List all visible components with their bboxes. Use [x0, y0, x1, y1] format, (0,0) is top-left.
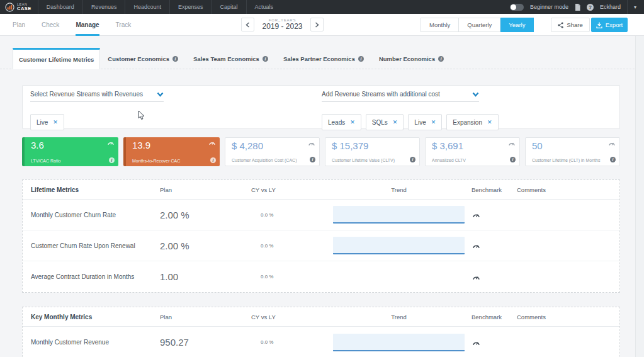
chip-expansion: Expansion ✕	[446, 114, 498, 130]
user-menu[interactable]: Eckhard	[600, 4, 621, 10]
cy-vs-ly-value: 0.0 %	[251, 212, 333, 218]
scrollbar-track[interactable]	[635, 36, 644, 357]
chevron-right-icon	[315, 22, 319, 28]
granularity-quarterly[interactable]: Quarterly	[459, 18, 500, 32]
toggle-knob	[511, 4, 516, 10]
export-button[interactable]: Export	[591, 18, 628, 32]
plan-value[interactable]: 2.00 %	[160, 241, 251, 251]
plan-value[interactable]: 950.27	[160, 337, 251, 348]
nav-item-actuals[interactable]: Actuals	[246, 0, 282, 14]
info-icon[interactable]: i	[410, 157, 415, 162]
trend-sparkline[interactable]	[333, 206, 465, 224]
benchmark-gauge-icon[interactable]	[609, 141, 615, 146]
top-navbar: LEAN CASE Dashboard Revenues Headcount E…	[0, 0, 644, 14]
tab-sales-team-economics[interactable]: Sales Team Economics i	[186, 48, 276, 69]
nav-item-headcount[interactable]: Headcount	[125, 0, 169, 14]
share-label: Share	[567, 21, 582, 28]
plan-value[interactable]: 2.00 %	[160, 210, 251, 220]
benchmark-gauge-icon[interactable]	[473, 340, 480, 346]
granularity-switcher: Monthly Quarterly Yearly	[421, 18, 534, 32]
kpi-cards: 3.6 LTV/CAC Ratio i 13.9 Months-to-Recov…	[22, 137, 620, 166]
chevron-down-icon	[157, 92, 164, 97]
tab-number-economics[interactable]: Number Economics i	[371, 48, 451, 69]
nav-item-expenses[interactable]: Expenses	[169, 0, 212, 14]
chip-leads: Leads ✕	[322, 114, 361, 130]
nav-item-capital[interactable]: Capital	[211, 0, 246, 14]
tab-customer-lifetime-metrics[interactable]: Customer Lifetime Metrics	[13, 48, 100, 69]
help-icon[interactable]: ?	[587, 4, 594, 11]
chip-sqls: SQLs ✕	[366, 114, 404, 130]
app-logo[interactable]: LEAN CASE	[0, 0, 38, 14]
table-row: Monthly Customer Revenue 950.27 0.0 %	[23, 327, 619, 357]
kpi-annualized-cltv: $ 3,691 Annualized CLTV i	[425, 137, 520, 166]
benchmark-gauge-icon[interactable]	[473, 275, 480, 280]
kpi-customer-acquisition-cost: $ 4,280 Customer Acquisition Cost (CAC) …	[225, 137, 320, 166]
info-icon[interactable]: i	[610, 157, 616, 162]
benchmark-gauge-icon[interactable]	[308, 141, 315, 146]
caret-down-icon[interactable]: ▾	[634, 4, 639, 10]
info-icon[interactable]: i	[358, 56, 364, 62]
view-plan[interactable]: Plan	[13, 14, 25, 36]
plan-value[interactable]: 1.00	[160, 271, 251, 282]
benchmark-gauge-icon[interactable]	[108, 140, 114, 145]
info-icon[interactable]: i	[310, 157, 315, 162]
beginner-mode-label: Beginner mode	[530, 4, 568, 10]
tab-sales-partner-economics[interactable]: Sales Partner Economics i	[276, 48, 371, 69]
lifetime-metrics-table: Lifetime Metrics Plan CY vs LY Trend Ben…	[22, 179, 620, 293]
metric-tabs: Customer Lifetime Metrics Customer Econo…	[13, 48, 451, 69]
info-icon[interactable]: i	[263, 56, 268, 62]
col-cy-vs-ly: CY vs LY	[251, 314, 333, 320]
col-comments: Comments	[512, 314, 619, 320]
granularity-monthly[interactable]: Monthly	[421, 18, 459, 32]
selected-revenue-chips: Live ✕	[30, 114, 64, 130]
remove-chip-icon[interactable]: ✕	[53, 119, 58, 125]
period-navigator: FOR_YEARS 2019 - 2023	[241, 18, 324, 31]
view-manage[interactable]: Manage	[76, 14, 99, 36]
remove-chip-icon[interactable]: ✕	[487, 119, 492, 125]
download-icon	[596, 22, 602, 28]
info-icon[interactable]: i	[172, 56, 178, 62]
next-period-button[interactable]	[310, 18, 324, 31]
view-switcher: Plan Check Manage Track	[13, 14, 131, 36]
chip-live: Live ✕	[408, 114, 442, 130]
view-track[interactable]: Track	[116, 14, 132, 36]
revenue-stream-filters: Select Revenue Streams with Revenues Liv…	[22, 85, 620, 129]
remove-chip-icon[interactable]: ✕	[393, 119, 398, 125]
nav-item-revenues[interactable]: Revenues	[82, 0, 125, 14]
cy-vs-ly-value: 0.0 %	[251, 243, 333, 249]
col-plan: Plan	[160, 314, 251, 320]
granularity-yearly[interactable]: Yearly	[500, 18, 534, 32]
nav-item-dashboard[interactable]: Dashboard	[38, 0, 82, 14]
chevron-down-icon	[472, 92, 479, 97]
info-icon[interactable]: i	[109, 157, 115, 163]
info-icon[interactable]: i	[438, 56, 444, 62]
add-revenue-streams-dropdown[interactable]: Add Revenue Streams with additional cost	[322, 91, 479, 102]
trend-sparkline[interactable]	[333, 334, 465, 351]
share-button[interactable]: Share	[551, 18, 590, 32]
col-benchmark: Benchmark	[465, 314, 512, 320]
divider	[627, 0, 628, 14]
benchmark-gauge-icon[interactable]	[473, 243, 480, 249]
info-icon[interactable]: i	[210, 157, 216, 163]
cy-vs-ly-value: 0.0 %	[251, 274, 333, 280]
prev-period-button[interactable]	[241, 18, 254, 31]
select-revenue-streams-dropdown[interactable]: Select Revenue Streams with Revenues	[30, 91, 164, 102]
remove-chip-icon[interactable]: ✕	[431, 119, 436, 125]
benchmark-gauge-icon[interactable]	[473, 212, 480, 218]
view-check[interactable]: Check	[42, 14, 59, 36]
additional-cost-chips: Leads ✕ SQLs ✕ Live ✕ Expansion ✕	[322, 114, 499, 130]
col-benchmark: Benchmark	[465, 186, 512, 193]
benchmark-gauge-icon[interactable]	[209, 140, 215, 145]
trend-sparkline[interactable]	[333, 237, 465, 254]
info-icon[interactable]: i	[510, 157, 516, 162]
col-plan: Plan	[160, 186, 251, 193]
beginner-mode-toggle[interactable]	[510, 4, 524, 11]
table-header: Lifetime Metrics Plan CY vs LY Trend Ben…	[23, 180, 619, 200]
benchmark-gauge-icon[interactable]	[509, 141, 515, 146]
col-trend: Trend	[333, 314, 465, 320]
document-icon[interactable]	[575, 4, 580, 11]
remove-chip-icon[interactable]: ✕	[350, 119, 355, 125]
table-title: Key Monthly Metrics	[23, 314, 160, 320]
tab-customer-economics[interactable]: Customer Economics i	[100, 48, 186, 69]
key-monthly-metrics-table: Key Monthly Metrics Plan CY vs LY Trend …	[22, 307, 620, 357]
